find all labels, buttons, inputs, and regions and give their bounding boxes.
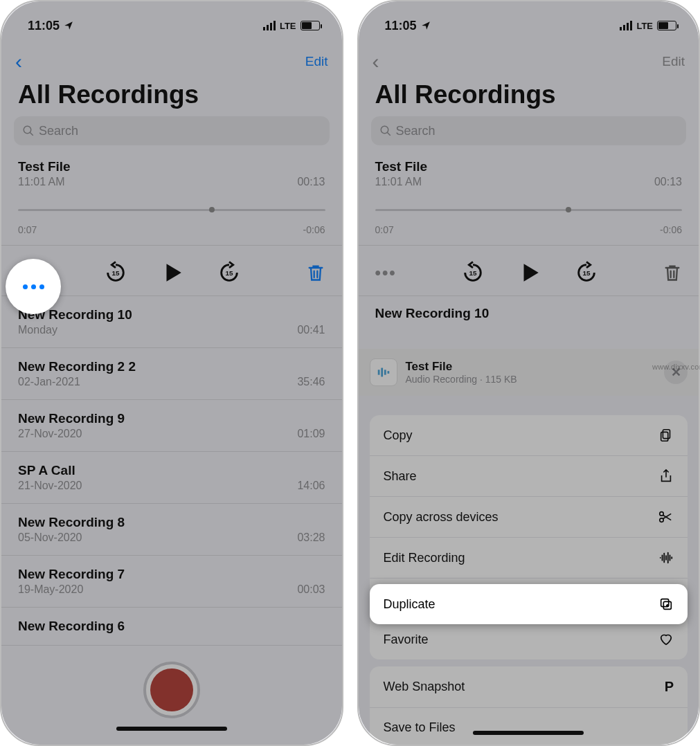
sheet-menu: Copy Share Copy across devices Edit Reco…	[359, 396, 699, 746]
clock-text: 11:05	[385, 19, 417, 33]
menu-copy-across[interactable]: Copy across devices	[370, 497, 688, 538]
home-indicator[interactable]	[473, 731, 584, 735]
sheet-header: Test File Audio Recording · 115 KB ✕	[359, 349, 699, 396]
heart-icon	[658, 632, 674, 647]
status-time: 11:05	[385, 19, 431, 33]
recording-time: 11:01 AM	[375, 176, 422, 188]
svg-line-5	[387, 132, 391, 136]
svg-line-1	[30, 132, 33, 136]
network-label: LTE	[280, 21, 296, 31]
svg-text:15: 15	[112, 269, 120, 277]
menu-share[interactable]: Share	[370, 456, 688, 497]
edit-button[interactable]: Edit	[305, 54, 328, 69]
watermark: www.dixxv.com	[652, 363, 700, 371]
svg-text:15: 15	[226, 269, 234, 277]
rewind-15-icon[interactable]: 15	[461, 261, 485, 284]
page-title: All Recordings	[359, 78, 699, 116]
expanded-recording: Test File 11:01 AM 00:13 0:07 -0:06	[359, 145, 699, 246]
svg-text:15: 15	[582, 269, 591, 277]
trash-icon[interactable]	[306, 262, 325, 283]
search-placeholder: Search	[39, 124, 78, 138]
back-button[interactable]: ‹	[373, 51, 379, 72]
scissors-icon	[657, 509, 674, 525]
recording-duration: 00:13	[297, 176, 325, 188]
recording-title[interactable]: Test File	[375, 159, 683, 174]
sheet-title: Test File	[406, 360, 656, 374]
play-icon[interactable]	[518, 261, 541, 284]
svg-rect-8	[377, 370, 379, 374]
search-input[interactable]: Search	[371, 116, 687, 145]
highlight-more-button	[6, 259, 61, 314]
battery-icon	[300, 21, 320, 30]
clock-text: 11:05	[28, 19, 60, 33]
svg-rect-9	[381, 368, 383, 377]
list-item[interactable]: New Recording 927-Nov-202001:09	[1, 400, 342, 452]
sheet-subtitle: Audio Recording · 115 KB	[406, 374, 656, 385]
list-item[interactable]: New Recording 2 202-Jan-202135:46	[1, 348, 342, 400]
scrub-elapsed: 0:07	[18, 224, 37, 235]
menu-label: Favorite	[384, 633, 429, 647]
share-sheet: Test File Audio Recording · 115 KB ✕ Cop…	[359, 349, 699, 745]
recording-duration: 00:13	[654, 176, 682, 188]
menu-duplicate[interactable]: Duplicate	[370, 584, 688, 624]
svg-rect-12	[663, 430, 670, 439]
list-item[interactable]: New Recording 6	[1, 608, 342, 646]
list-item[interactable]: New Recording 719-May-202000:03	[1, 556, 342, 608]
menu-favorite[interactable]: Favorite	[370, 619, 688, 659]
location-icon	[64, 21, 73, 30]
menu-label: Web Snapshot	[384, 680, 465, 694]
svg-point-0	[24, 126, 31, 134]
phone-left: 11:05 LTE ‹ Edit All Recordings Search T…	[0, 0, 343, 746]
menu-copy[interactable]: Copy	[370, 415, 688, 456]
list-item-peek[interactable]: New Recording 10	[359, 295, 699, 327]
list-item[interactable]: New Recording 805-Nov-202003:28	[1, 504, 342, 556]
pocket-icon: P	[665, 679, 674, 695]
expanded-recording: Test File 11:01 AM 00:13 0:07 -0:06	[1, 145, 342, 246]
page-title: All Recordings	[1, 78, 342, 116]
network-label: LTE	[636, 21, 653, 31]
record-button[interactable]	[143, 662, 200, 718]
duplicate-icon	[658, 597, 674, 612]
more-button[interactable]: •••	[375, 263, 397, 282]
menu-edit-recording[interactable]: Edit Recording	[370, 538, 688, 579]
scrubber[interactable]	[375, 209, 683, 220]
edit-button[interactable]: Edit	[662, 54, 685, 69]
svg-point-4	[381, 126, 388, 134]
playback-controls: ••• 15 15	[359, 246, 699, 295]
search-icon	[22, 125, 35, 137]
menu-web-snapshot[interactable]: Web Snapshot P	[370, 666, 688, 708]
recording-title[interactable]: Test File	[18, 159, 325, 174]
scrubber[interactable]	[18, 209, 325, 220]
svg-rect-11	[387, 371, 389, 374]
home-indicator[interactable]	[116, 727, 227, 731]
trash-icon[interactable]	[663, 262, 682, 283]
menu-label: Copy across devices	[384, 510, 499, 525]
forward-15-icon[interactable]: 15	[575, 261, 598, 284]
svg-rect-13	[661, 432, 668, 441]
search-input[interactable]: Search	[14, 116, 330, 145]
signal-icon	[620, 21, 632, 30]
search-placeholder: Search	[396, 124, 436, 138]
svg-rect-10	[384, 370, 386, 374]
status-time: 11:05	[28, 19, 73, 33]
menu-label: Copy	[384, 428, 413, 443]
menu-save-files[interactable]: Save to Files	[370, 708, 688, 746]
location-icon	[421, 21, 431, 30]
status-bar: 11:05 LTE	[1, 1, 342, 40]
scrub-remaining: -0:06	[303, 224, 325, 235]
status-right: LTE	[263, 21, 320, 31]
menu-label: Share	[384, 469, 417, 484]
forward-15-icon[interactable]: 15	[217, 261, 241, 284]
signal-icon	[263, 21, 276, 30]
play-icon[interactable]	[161, 261, 184, 284]
record-area	[1, 662, 342, 731]
rewind-15-icon[interactable]: 15	[104, 261, 127, 284]
highlight-duplicate: Duplicate	[370, 584, 688, 624]
copy-icon	[658, 428, 674, 443]
nav-bar: ‹ Edit	[1, 40, 342, 78]
phone-right: 11:05 LTE ‹ Edit All Recordings Search T…	[357, 0, 701, 746]
back-button[interactable]: ‹	[15, 51, 22, 72]
search-icon	[379, 125, 392, 137]
list-item[interactable]: SP A Call21-Nov-202014:06	[1, 452, 342, 504]
menu-label: Duplicate	[384, 597, 436, 612]
